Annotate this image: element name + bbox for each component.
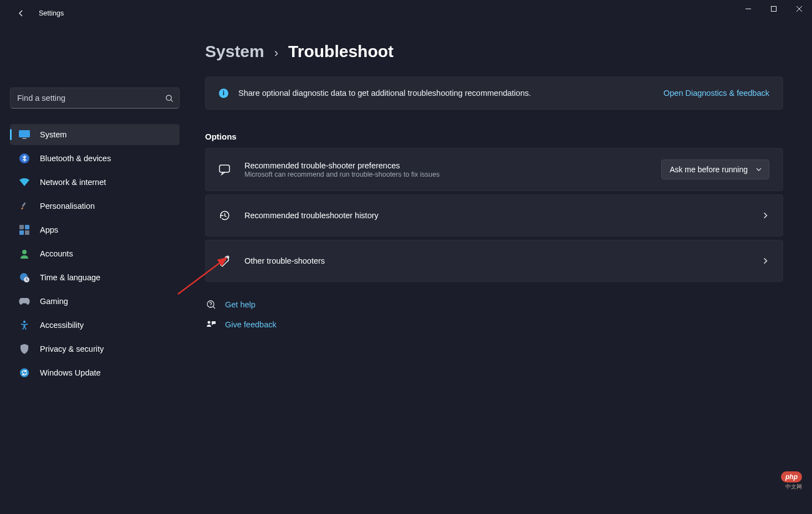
diagnostics-banner: i Share optional diagnostic data to get …	[205, 76, 783, 110]
app-title: Settings	[39, 9, 64, 17]
options-heading: Options	[205, 132, 783, 141]
watermark-text: php	[781, 471, 802, 482]
svg-point-4	[166, 95, 171, 100]
sidebar-item-personalisation[interactable]: Personalisation	[10, 196, 180, 217]
maximize-button[interactable]	[761, 0, 787, 18]
get-help-link[interactable]: Get help	[225, 300, 256, 309]
back-button[interactable]	[10, 2, 32, 24]
svg-point-17	[23, 321, 25, 323]
svg-rect-9	[22, 202, 26, 207]
breadcrumb: System › Troubleshoot	[205, 42, 783, 61]
close-icon	[796, 6, 802, 12]
svg-point-14	[22, 250, 27, 254]
sidebar: System Bluetooth & devices Network & int…	[0, 27, 188, 514]
bluetooth-icon	[18, 152, 31, 165]
arrow-left-icon	[17, 9, 25, 18]
sidebar-item-system[interactable]: System	[10, 124, 180, 145]
card-title: Other trouble-shooters	[244, 256, 762, 265]
svg-point-22	[208, 321, 211, 324]
sidebar-item-label: Windows Update	[40, 368, 101, 377]
help-icon	[205, 299, 217, 311]
svg-rect-6	[19, 130, 30, 137]
globe-clock-icon	[18, 271, 31, 284]
sidebar-item-network[interactable]: Network & internet	[10, 172, 180, 193]
close-button[interactable]	[787, 0, 812, 18]
sidebar-item-label: Network & internet	[40, 178, 106, 187]
chevron-right-icon: ›	[274, 46, 278, 60]
watermark: php 中文网	[781, 471, 802, 491]
feedback-icon	[205, 318, 217, 331]
history-icon	[217, 208, 232, 223]
person-icon	[18, 247, 31, 260]
card-title: Recommended trouble-shooter preferences	[244, 161, 661, 170]
display-icon	[18, 128, 31, 141]
accessibility-icon	[18, 318, 31, 332]
gamepad-icon	[18, 295, 31, 308]
chevron-right-icon	[762, 212, 769, 219]
sidebar-item-accessibility[interactable]: Accessibility	[10, 315, 180, 336]
watermark-sub: 中文网	[781, 483, 802, 491]
sidebar-item-privacy[interactable]: Privacy & security	[10, 338, 180, 359]
apps-icon	[18, 223, 31, 237]
svg-point-18	[20, 368, 29, 377]
sidebar-item-accounts[interactable]: Accounts	[10, 243, 180, 264]
svg-line-5	[171, 100, 172, 101]
preferences-dropdown[interactable]: Ask me before running	[661, 160, 769, 179]
sidebar-item-label: Time & language	[40, 273, 100, 282]
sidebar-item-label: Personalisation	[40, 202, 95, 210]
svg-rect-1	[772, 7, 777, 12]
search-input[interactable]	[17, 94, 165, 102]
sidebar-item-label: Gaming	[40, 297, 68, 306]
chevron-down-icon	[755, 166, 762, 173]
svg-rect-12	[19, 230, 24, 235]
page-title: Troubleshoot	[288, 42, 394, 61]
sidebar-item-label: Accounts	[40, 249, 73, 258]
breadcrumb-parent[interactable]: System	[205, 42, 264, 61]
dropdown-value: Ask me before running	[670, 165, 748, 174]
sidebar-item-label: Privacy & security	[40, 345, 104, 353]
sidebar-item-bluetooth[interactable]: Bluetooth & devices	[10, 148, 180, 169]
banner-text: Share optional diagnostic data to get ad…	[238, 89, 663, 97]
svg-rect-10	[19, 225, 24, 229]
card-title: Recommended troubleshooter history	[244, 211, 762, 220]
update-icon	[18, 366, 31, 379]
give-feedback-link[interactable]: Give feedback	[225, 320, 277, 329]
card-other-troubleshooters[interactable]: Other trouble-shooters	[205, 240, 783, 282]
svg-rect-7	[22, 138, 27, 139]
minimize-button[interactable]	[736, 0, 761, 18]
sidebar-item-label: Bluetooth & devices	[40, 154, 111, 163]
sidebar-item-apps[interactable]: Apps	[10, 219, 180, 240]
chat-icon	[217, 162, 232, 177]
wrench-icon	[217, 253, 232, 269]
minimize-icon	[745, 6, 751, 12]
sidebar-item-gaming[interactable]: Gaming	[10, 291, 180, 312]
paintbrush-icon	[18, 199, 31, 213]
info-icon: i	[219, 89, 228, 98]
sidebar-item-label: Accessibility	[40, 321, 84, 330]
svg-rect-19	[219, 165, 229, 172]
content: System › Troubleshoot i Share optional d…	[188, 27, 812, 514]
card-history[interactable]: Recommended troubleshooter history	[205, 194, 783, 237]
sidebar-item-time-language[interactable]: Time & language	[10, 267, 180, 288]
svg-rect-11	[25, 225, 29, 229]
maximize-icon	[771, 6, 777, 12]
open-diagnostics-link[interactable]: Open Diagnostics & feedback	[663, 89, 769, 97]
card-desc: Microsoft can recommend and run trouble-…	[244, 171, 661, 178]
svg-point-21	[210, 306, 211, 306]
sidebar-item-label: System	[40, 130, 67, 139]
chevron-right-icon	[762, 257, 769, 265]
shield-icon	[18, 342, 31, 356]
wifi-icon	[18, 176, 31, 189]
sidebar-item-windows-update[interactable]: Windows Update	[10, 362, 180, 383]
search-icon	[165, 94, 173, 102]
card-preferences[interactable]: Recommended trouble-shooter preferences …	[205, 148, 783, 191]
search-box[interactable]	[10, 88, 180, 109]
svg-rect-13	[25, 230, 29, 235]
sidebar-item-label: Apps	[40, 225, 58, 234]
